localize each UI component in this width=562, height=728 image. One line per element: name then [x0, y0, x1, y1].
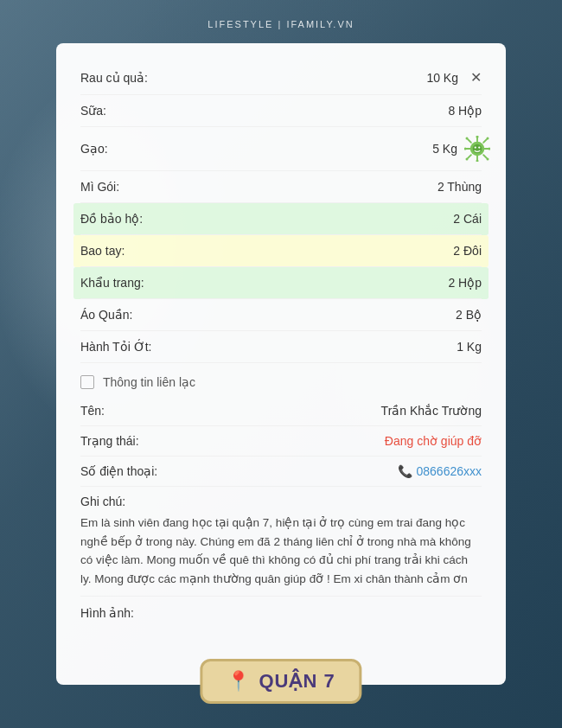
item-value-sua: 8 Hộp [448, 104, 482, 118]
contact-phone-row: Số điện thoại: 📞0866626xxx [80, 457, 482, 487]
item-label-khautrang: Khẩu trang: [80, 276, 144, 290]
svg-point-9 [488, 148, 490, 150]
item-label-gao: Gạo: [80, 142, 108, 156]
contact-name-row: Tên: Trần Khắc Trường [80, 396, 482, 426]
item-khau-trang: Khẩu trang: 2 Hộp [80, 267, 482, 299]
virus-icon [464, 136, 490, 162]
item-value-aoquan: 2 Bộ [456, 308, 482, 322]
list-item: Hành Tỏi Ớt: 1 Kg [80, 331, 482, 363]
district-pin-icon: 📍 [227, 670, 250, 693]
section-divider: Thông tin liên lạc [80, 363, 482, 396]
svg-point-11 [466, 137, 469, 140]
list-item: Gạo: 5 Kg [80, 127, 482, 171]
item-value-mi: 2 Thùng [437, 180, 482, 194]
svg-point-18 [475, 146, 476, 148]
svg-point-7 [464, 148, 467, 150]
list-item: Bao tay: 2 Đôi [73, 235, 489, 267]
note-section: Ghi chú: Em là sinh viên đang học tại qu… [80, 487, 482, 597]
list-item: Mì Gói: 2 Thùng [80, 171, 482, 203]
phone-icon: 📞 [398, 464, 412, 478]
close-icon[interactable]: ✕ [470, 69, 482, 86]
item-value-dobaoho: 2 Cái [453, 212, 482, 226]
item-value-khautrang: 2 Hộp [448, 276, 482, 290]
svg-point-5 [476, 159, 479, 162]
list-item: Sữa: 8 Hộp [80, 95, 482, 127]
item-label-mi: Mì Gói: [80, 180, 119, 194]
svg-point-19 [478, 146, 480, 148]
contact-phone-label: Số điện thoại: [80, 464, 157, 478]
item-value-hanh: 1 Kg [457, 340, 482, 354]
image-row: Hình ảnh: [80, 597, 482, 624]
contact-status-row: Trạng thái: Đang chờ giúp đỡ [80, 426, 482, 457]
item-value-rau: 10 Kg [426, 71, 458, 85]
list-item: Đồ bảo hộ: 2 Cái [73, 203, 489, 235]
item-label-hanh: Hành Tỏi Ớt: [80, 340, 151, 354]
list-item: Khẩu trang: 2 Hộp [73, 267, 489, 299]
svg-point-17 [487, 158, 489, 161]
svg-line-10 [468, 139, 471, 143]
item-do-bao-ho: Đồ bảo hộ: 2 Cái [80, 203, 482, 235]
item-label-sua: Sữa: [80, 104, 106, 118]
item-value-baotay: 2 Đôi [453, 244, 482, 258]
item-bao-tay: Bao tay: 2 Đôi [80, 235, 482, 267]
district-badge: 📍 QUẬN 7 [200, 659, 361, 704]
item-label-aoquan: Áo Quần: [80, 308, 132, 322]
note-label: Ghi chú: [80, 495, 482, 508]
note-text: Em là sinh viên đang học tại quận 7, hiệ… [80, 514, 482, 588]
svg-point-15 [466, 158, 469, 161]
item-label-rau: Rau củ quả: [80, 71, 148, 85]
contact-status-label: Trạng thái: [80, 434, 139, 448]
svg-point-13 [487, 137, 489, 140]
status-badge: Đang chờ giúp đỡ [385, 434, 482, 448]
svg-line-12 [483, 139, 487, 143]
item-value-gao: 5 Kg [432, 142, 457, 156]
district-text: QUẬN 7 [259, 670, 335, 693]
item-label-baotay: Bao tay: [80, 244, 125, 258]
image-label: Hình ảnh: [80, 606, 134, 620]
list-item: Rau củ quả: 10 Kg ✕ [80, 61, 482, 95]
contact-phone-value[interactable]: 📞0866626xxx [398, 464, 482, 478]
contact-name-value: Trần Khắc Trường [381, 404, 482, 418]
contact-name-label: Tên: [80, 404, 105, 418]
svg-line-14 [468, 155, 471, 158]
main-card: Rau củ quả: 10 Kg ✕ Sữa: 8 Hộp Gạo: 5 Kg [56, 43, 506, 685]
svg-point-3 [476, 136, 479, 138]
list-item: Áo Quần: 2 Bộ [80, 299, 482, 331]
section-checkbox[interactable] [80, 375, 94, 389]
item-label-dobaoho: Đồ bảo hộ: [80, 212, 143, 226]
header-text: LIFESTYLE | IFAMILY.VN [0, 19, 562, 29]
section-title: Thông tin liên lạc [103, 375, 195, 389]
svg-line-16 [483, 155, 487, 158]
